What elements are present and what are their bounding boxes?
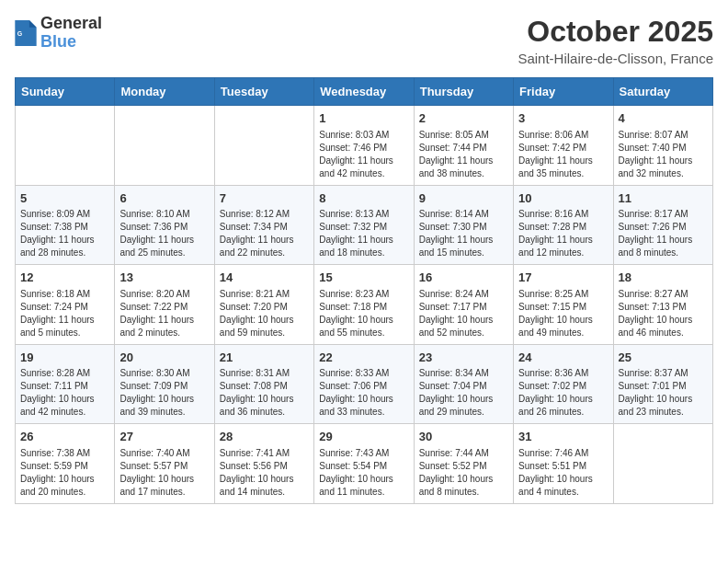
calendar-cell-w5-d2: 27Sunrise: 7:40 AM Sunset: 5:57 PM Dayli… [115, 424, 214, 504]
day-info-13: Sunrise: 8:20 AM Sunset: 7:22 PM Dayligh… [119, 288, 209, 339]
logo-general: General [40, 15, 102, 33]
calendar-cell-w2-d5: 9Sunrise: 8:14 AM Sunset: 7:30 PM Daylig… [414, 185, 513, 265]
calendar-cell-w2-d3: 7Sunrise: 8:12 AM Sunset: 7:34 PM Daylig… [214, 185, 313, 265]
day-info-30: Sunrise: 7:44 AM Sunset: 5:52 PM Dayligh… [419, 447, 508, 499]
day-number-6: 6 [119, 190, 209, 207]
day-number-13: 13 [119, 270, 209, 286]
day-info-29: Sunrise: 7:43 AM Sunset: 5:54 PM Dayligh… [319, 447, 408, 499]
day-number-27: 27 [119, 429, 209, 445]
calendar-table: Sunday Monday Tuesday Wednesday Thursday… [15, 77, 713, 504]
calendar-week-3: 12Sunrise: 8:18 AM Sunset: 7:24 PM Dayli… [16, 265, 713, 345]
day-number-30: 30 [419, 429, 508, 445]
calendar-cell-w3-d2: 13Sunrise: 8:20 AM Sunset: 7:22 PM Dayli… [115, 265, 214, 345]
day-number-10: 10 [518, 190, 608, 207]
calendar-header-row: Sunday Monday Tuesday Wednesday Thursday… [16, 78, 713, 106]
day-number-26: 26 [20, 429, 109, 445]
header-friday: Friday [514, 78, 613, 106]
day-number-8: 8 [319, 190, 408, 207]
day-info-11: Sunrise: 8:17 AM Sunset: 7:26 PM Dayligh… [619, 208, 708, 259]
calendar-cell-w4-d2: 20Sunrise: 8:30 AM Sunset: 7:09 PM Dayli… [115, 344, 214, 424]
day-info-16: Sunrise: 8:24 AM Sunset: 7:17 PM Dayligh… [419, 288, 508, 339]
calendar-cell-w1-d2 [115, 106, 214, 186]
day-info-18: Sunrise: 8:27 AM Sunset: 7:13 PM Dayligh… [619, 288, 708, 339]
day-info-17: Sunrise: 8:25 AM Sunset: 7:15 PM Dayligh… [518, 288, 608, 339]
day-number-7: 7 [220, 190, 309, 207]
calendar-cell-w4-d3: 21Sunrise: 8:31 AM Sunset: 7:08 PM Dayli… [214, 344, 313, 424]
calendar-week-4: 19Sunrise: 8:28 AM Sunset: 7:11 PM Dayli… [16, 344, 713, 424]
header-thursday: Thursday [414, 78, 513, 106]
calendar-cell-w5-d7 [613, 424, 712, 504]
header-monday: Monday [115, 78, 214, 106]
calendar-cell-w1-d7: 4Sunrise: 8:07 AM Sunset: 7:40 PM Daylig… [613, 106, 712, 186]
calendar-cell-w3-d5: 16Sunrise: 8:24 AM Sunset: 7:17 PM Dayli… [414, 265, 513, 345]
calendar-cell-w3-d7: 18Sunrise: 8:27 AM Sunset: 7:13 PM Dayli… [613, 265, 712, 345]
day-number-29: 29 [319, 429, 408, 445]
day-info-2: Sunrise: 8:05 AM Sunset: 7:44 PM Dayligh… [419, 129, 508, 180]
day-number-2: 2 [419, 110, 508, 127]
day-number-14: 14 [220, 270, 309, 286]
day-number-24: 24 [518, 350, 608, 366]
day-number-20: 20 [119, 350, 209, 366]
day-number-11: 11 [619, 190, 708, 207]
header-tuesday: Tuesday [214, 78, 313, 106]
calendar-cell-w4-d1: 19Sunrise: 8:28 AM Sunset: 7:11 PM Dayli… [16, 344, 115, 424]
day-number-12: 12 [20, 270, 109, 286]
day-info-8: Sunrise: 8:13 AM Sunset: 7:32 PM Dayligh… [319, 208, 408, 259]
day-info-4: Sunrise: 8:07 AM Sunset: 7:40 PM Dayligh… [619, 129, 708, 180]
calendar-cell-w3-d3: 14Sunrise: 8:21 AM Sunset: 7:20 PM Dayli… [214, 265, 313, 345]
day-info-21: Sunrise: 8:31 AM Sunset: 7:08 PM Dayligh… [220, 367, 309, 419]
calendar-cell-w5-d3: 28Sunrise: 7:41 AM Sunset: 5:56 PM Dayli… [214, 424, 313, 504]
day-number-15: 15 [319, 270, 408, 286]
day-info-27: Sunrise: 7:40 AM Sunset: 5:57 PM Dayligh… [119, 447, 209, 499]
day-number-19: 19 [20, 350, 109, 366]
svg-marker-1 [29, 20, 37, 28]
calendar-week-5: 26Sunrise: 7:38 AM Sunset: 5:59 PM Dayli… [16, 424, 713, 504]
day-info-3: Sunrise: 8:06 AM Sunset: 7:42 PM Dayligh… [518, 129, 608, 180]
day-info-23: Sunrise: 8:34 AM Sunset: 7:04 PM Dayligh… [419, 367, 508, 419]
day-number-16: 16 [419, 270, 508, 286]
day-number-18: 18 [619, 270, 708, 286]
logo-icon: G [15, 20, 37, 46]
page-header: G General Blue October 2025 Saint-Hilair… [15, 15, 713, 66]
day-info-19: Sunrise: 8:28 AM Sunset: 7:11 PM Dayligh… [20, 367, 109, 419]
day-number-21: 21 [220, 350, 309, 366]
calendar-cell-w5-d5: 30Sunrise: 7:44 AM Sunset: 5:52 PM Dayli… [414, 424, 513, 504]
calendar-cell-w3-d4: 15Sunrise: 8:23 AM Sunset: 7:18 PM Dayli… [314, 265, 414, 345]
day-info-25: Sunrise: 8:37 AM Sunset: 7:01 PM Dayligh… [619, 367, 708, 419]
calendar-week-2: 5Sunrise: 8:09 AM Sunset: 7:38 PM Daylig… [16, 185, 713, 265]
calendar-cell-w5-d6: 31Sunrise: 7:46 AM Sunset: 5:51 PM Dayli… [514, 424, 613, 504]
day-info-7: Sunrise: 8:12 AM Sunset: 7:34 PM Dayligh… [220, 208, 309, 259]
day-info-24: Sunrise: 8:36 AM Sunset: 7:02 PM Dayligh… [518, 367, 608, 419]
header-sunday: Sunday [16, 78, 115, 106]
calendar-cell-w3-d6: 17Sunrise: 8:25 AM Sunset: 7:15 PM Dayli… [514, 265, 613, 345]
day-info-20: Sunrise: 8:30 AM Sunset: 7:09 PM Dayligh… [119, 367, 209, 419]
day-number-31: 31 [518, 429, 608, 445]
day-info-22: Sunrise: 8:33 AM Sunset: 7:06 PM Dayligh… [319, 367, 408, 419]
day-number-3: 3 [518, 110, 608, 127]
day-number-17: 17 [518, 270, 608, 286]
svg-text:G: G [17, 30, 23, 37]
day-number-25: 25 [619, 350, 708, 366]
location-subtitle: Saint-Hilaire-de-Clisson, France [518, 51, 713, 66]
calendar-cell-w2-d7: 11Sunrise: 8:17 AM Sunset: 7:26 PM Dayli… [613, 185, 712, 265]
calendar-cell-w1-d6: 3Sunrise: 8:06 AM Sunset: 7:42 PM Daylig… [514, 106, 613, 186]
day-number-23: 23 [419, 350, 508, 366]
logo: G General Blue [15, 15, 102, 52]
day-number-22: 22 [319, 350, 408, 366]
calendar-cell-w5-d4: 29Sunrise: 7:43 AM Sunset: 5:54 PM Dayli… [314, 424, 414, 504]
day-number-9: 9 [419, 190, 508, 207]
day-info-12: Sunrise: 8:18 AM Sunset: 7:24 PM Dayligh… [20, 288, 109, 339]
title-section: October 2025 Saint-Hilaire-de-Clisson, F… [518, 15, 713, 66]
day-info-5: Sunrise: 8:09 AM Sunset: 7:38 PM Dayligh… [20, 208, 109, 259]
calendar-cell-w4-d7: 25Sunrise: 8:37 AM Sunset: 7:01 PM Dayli… [613, 344, 712, 424]
calendar-cell-w4-d6: 24Sunrise: 8:36 AM Sunset: 7:02 PM Dayli… [514, 344, 613, 424]
day-number-4: 4 [619, 110, 708, 127]
header-wednesday: Wednesday [314, 78, 414, 106]
calendar-cell-w1-d1 [16, 106, 115, 186]
calendar-cell-w4-d5: 23Sunrise: 8:34 AM Sunset: 7:04 PM Dayli… [414, 344, 513, 424]
header-saturday: Saturday [613, 78, 712, 106]
day-info-10: Sunrise: 8:16 AM Sunset: 7:28 PM Dayligh… [518, 208, 608, 259]
calendar-cell-w4-d4: 22Sunrise: 8:33 AM Sunset: 7:06 PM Dayli… [314, 344, 414, 424]
day-info-9: Sunrise: 8:14 AM Sunset: 7:30 PM Dayligh… [419, 208, 508, 259]
day-info-14: Sunrise: 8:21 AM Sunset: 7:20 PM Dayligh… [220, 288, 309, 339]
